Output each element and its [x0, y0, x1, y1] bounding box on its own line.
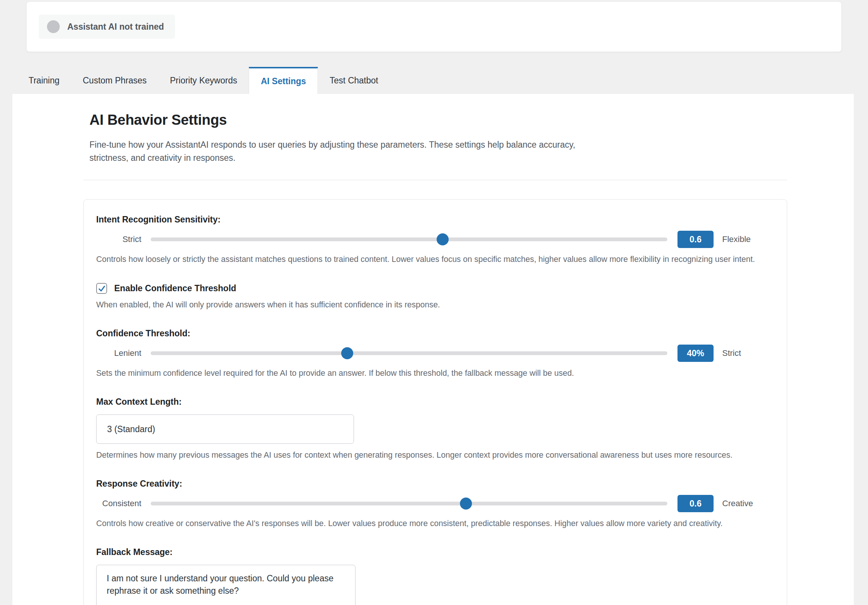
- creativity-min-label: Consistent: [96, 499, 141, 509]
- tab-ai-settings[interactable]: AI Settings: [249, 67, 318, 94]
- intent-help-text: Controls how loosely or strictly the ass…: [96, 253, 764, 266]
- confidence-label: Confidence Threshold:: [96, 329, 764, 338]
- page-title: AI Behavior Settings: [90, 112, 787, 128]
- section-divider: [84, 180, 787, 180]
- tab-panel: AI Behavior Settings Fine-tune how your …: [12, 94, 854, 605]
- page-description: Fine-tune how your AssistantAI responds …: [90, 138, 598, 164]
- field-fallback-message: Fallback Message: I am not sure I unders…: [96, 547, 764, 605]
- settings-box: Intent Recognition Sensitivity: Strict 0…: [84, 199, 787, 605]
- intent-min-label: Strict: [96, 234, 141, 244]
- intent-slider-row: Strict 0.6 Flexible: [96, 231, 764, 248]
- intent-label: Intent Recognition Sensitivity:: [96, 214, 764, 225]
- max-context-label: Max Context Length:: [96, 397, 764, 407]
- confidence-enable-label[interactable]: Enable Confidence Threshold: [114, 283, 236, 293]
- tab-training[interactable]: Training: [17, 67, 71, 94]
- confidence-help-text: Sets the minimum confidence level requir…: [96, 367, 764, 380]
- confidence-slider-thumb[interactable]: [341, 347, 353, 359]
- confidence-value-badge: 40%: [677, 344, 713, 362]
- intent-slider[interactable]: [151, 233, 667, 245]
- confidence-min-label: Lenient: [96, 348, 141, 358]
- creativity-value-badge: 0.6: [677, 495, 713, 512]
- creativity-max-label: Creative: [722, 499, 764, 509]
- fallback-label: Fallback Message:: [96, 547, 764, 557]
- creativity-slider[interactable]: [151, 498, 667, 510]
- creativity-help-text: Controls how creative or conservative th…: [96, 517, 764, 530]
- confidence-slider[interactable]: [151, 347, 667, 359]
- confidence-enable-checkbox[interactable]: [96, 283, 107, 294]
- fallback-textarea[interactable]: I am not sure I understand your question…: [96, 565, 355, 605]
- max-context-help-text: Determines how many previous messages th…: [96, 449, 764, 461]
- tab-bar: Training Custom Phrases Priority Keyword…: [17, 67, 390, 94]
- status-badge: Assistant AI not trained: [39, 15, 175, 39]
- creativity-slider-thumb[interactable]: [460, 498, 472, 510]
- confidence-enable-help: When enabled, the AI will only provide a…: [96, 299, 764, 311]
- status-label: Assistant AI not trained: [67, 22, 164, 32]
- creativity-slider-track[interactable]: [151, 502, 667, 506]
- confidence-slider-track[interactable]: [151, 351, 667, 355]
- field-enable-confidence: Enable Confidence Threshold When enabled…: [96, 283, 764, 311]
- confidence-max-label: Strict: [722, 348, 764, 358]
- status-dot-icon: [47, 20, 60, 33]
- tab-test-chatbot[interactable]: Test Chatbot: [318, 67, 390, 94]
- field-response-creativity: Response Creativity: Consistent 0.6 Crea…: [96, 479, 764, 530]
- intent-max-label: Flexible: [722, 234, 764, 244]
- tab-priority-keywords[interactable]: Priority Keywords: [158, 67, 249, 94]
- checkmark-icon: [98, 285, 105, 292]
- max-context-input[interactable]: [96, 414, 354, 444]
- creativity-slider-row: Consistent 0.6 Creative: [96, 495, 764, 512]
- confidence-slider-row: Lenient 40% Strict: [96, 344, 764, 362]
- creativity-label: Response Creativity:: [96, 479, 764, 489]
- tab-custom-phrases[interactable]: Custom Phrases: [71, 67, 158, 94]
- intent-value-badge: 0.6: [677, 231, 713, 248]
- field-confidence-threshold: Confidence Threshold: Lenient 40% Strict…: [96, 329, 764, 380]
- status-card: Assistant AI not trained: [26, 2, 842, 52]
- intent-slider-thumb[interactable]: [437, 233, 449, 245]
- field-intent-sensitivity: Intent Recognition Sensitivity: Strict 0…: [96, 214, 764, 266]
- field-max-context: Max Context Length: Determines how many …: [96, 397, 764, 461]
- intent-slider-track[interactable]: [151, 237, 667, 241]
